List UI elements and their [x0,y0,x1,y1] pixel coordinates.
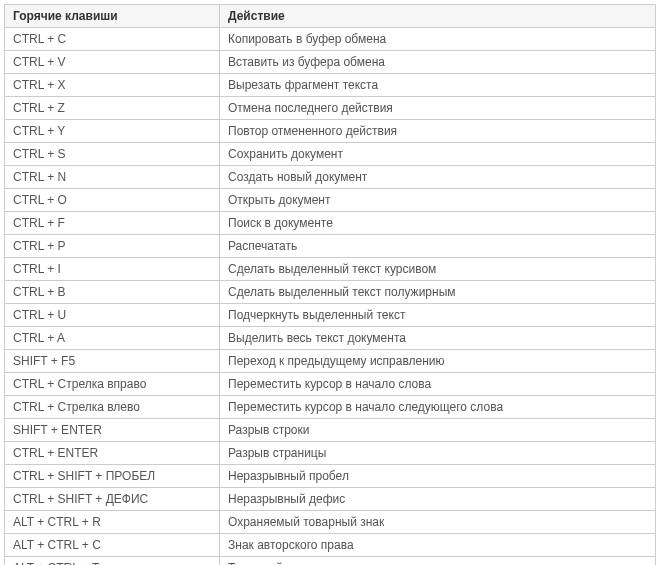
cell-action: Переместить курсор в начало слова [220,373,656,396]
table-row: CTRL + ZОтмена последнего действия [5,97,656,120]
table-row: CTRL + YПовтор отмененного действия [5,120,656,143]
cell-action: Повтор отмененного действия [220,120,656,143]
cell-key: CTRL + Y [5,120,220,143]
table-row: ALT + CTRL + TТоварный знак [5,557,656,566]
cell-action: Открыть документ [220,189,656,212]
table-row: CTRL + UПодчеркнуть выделенный текст [5,304,656,327]
cell-key: CTRL + Стрелка влево [5,396,220,419]
table-row: CTRL + ENTERРазрыв страницы [5,442,656,465]
cell-action: Вставить из буфера обмена [220,51,656,74]
table-row: ALT + CTRL + RОхраняемый товарный знак [5,511,656,534]
cell-action: Неразрывный дефис [220,488,656,511]
cell-key: ALT + CTRL + C [5,534,220,557]
cell-action: Вырезать фрагмент текста [220,74,656,97]
cell-action: Копировать в буфер обмена [220,28,656,51]
table-row: CTRL + CКопировать в буфер обмена [5,28,656,51]
cell-key: CTRL + Z [5,97,220,120]
cell-key: CTRL + Стрелка вправо [5,373,220,396]
cell-key: CTRL + P [5,235,220,258]
cell-action: Знак авторского права [220,534,656,557]
cell-action: Разрыв строки [220,419,656,442]
table-row: CTRL + BСделать выделенный текст полужир… [5,281,656,304]
cell-action: Подчеркнуть выделенный текст [220,304,656,327]
cell-action: Сохранить документ [220,143,656,166]
table-row: ALT + CTRL + CЗнак авторского права [5,534,656,557]
cell-key: CTRL + X [5,74,220,97]
cell-key: CTRL + SHIFT + ДЕФИС [5,488,220,511]
header-key: Горячие клавиши [5,5,220,28]
table-row: SHIFT + F5Переход к предыдущему исправле… [5,350,656,373]
cell-key: ALT + CTRL + T [5,557,220,566]
cell-action: Поиск в документе [220,212,656,235]
table-row: CTRL + AВыделить весь текст документа [5,327,656,350]
cell-action: Переместить курсор в начало следующего с… [220,396,656,419]
table-row: CTRL + SСохранить документ [5,143,656,166]
cell-key: CTRL + I [5,258,220,281]
table-row: CTRL + VВставить из буфера обмена [5,51,656,74]
cell-action: Сделать выделенный текст полужирным [220,281,656,304]
header-action: Действие [220,5,656,28]
cell-key: CTRL + N [5,166,220,189]
cell-key: CTRL + F [5,212,220,235]
cell-key: CTRL + U [5,304,220,327]
cell-key: CTRL + S [5,143,220,166]
cell-action: Выделить весь текст документа [220,327,656,350]
table-row: SHIFT + ENTERРазрыв строки [5,419,656,442]
table-row: CTRL + NСоздать новый документ [5,166,656,189]
table-row: CTRL + XВырезать фрагмент текста [5,74,656,97]
cell-key: CTRL + V [5,51,220,74]
shortcuts-table: Горячие клавиши Действие CTRL + CКопиров… [4,4,656,565]
cell-action: Товарный знак [220,557,656,566]
cell-key: CTRL + ENTER [5,442,220,465]
table-row: CTRL + SHIFT + ДЕФИСНеразрывный дефис [5,488,656,511]
cell-action: Охраняемый товарный знак [220,511,656,534]
cell-action: Создать новый документ [220,166,656,189]
table-row: CTRL + PРаспечатать [5,235,656,258]
table-row: CTRL + OОткрыть документ [5,189,656,212]
table-row: CTRL + Стрелка вправоПереместить курсор … [5,373,656,396]
cell-key: CTRL + B [5,281,220,304]
cell-key: CTRL + O [5,189,220,212]
table-row: CTRL + Стрелка влевоПереместить курсор в… [5,396,656,419]
cell-key: SHIFT + F5 [5,350,220,373]
table-row: CTRL + SHIFT + ПРОБЕЛНеразрывный пробел [5,465,656,488]
table-row: CTRL + FПоиск в документе [5,212,656,235]
cell-action: Разрыв страницы [220,442,656,465]
cell-key: CTRL + A [5,327,220,350]
cell-action: Неразрывный пробел [220,465,656,488]
cell-key: CTRL + C [5,28,220,51]
cell-key: ALT + CTRL + R [5,511,220,534]
table-row: CTRL + IСделать выделенный текст курсиво… [5,258,656,281]
cell-action: Распечатать [220,235,656,258]
table-header-row: Горячие клавиши Действие [5,5,656,28]
cell-action: Переход к предыдущему исправлению [220,350,656,373]
cell-action: Сделать выделенный текст курсивом [220,258,656,281]
cell-action: Отмена последнего действия [220,97,656,120]
cell-key: SHIFT + ENTER [5,419,220,442]
cell-key: CTRL + SHIFT + ПРОБЕЛ [5,465,220,488]
